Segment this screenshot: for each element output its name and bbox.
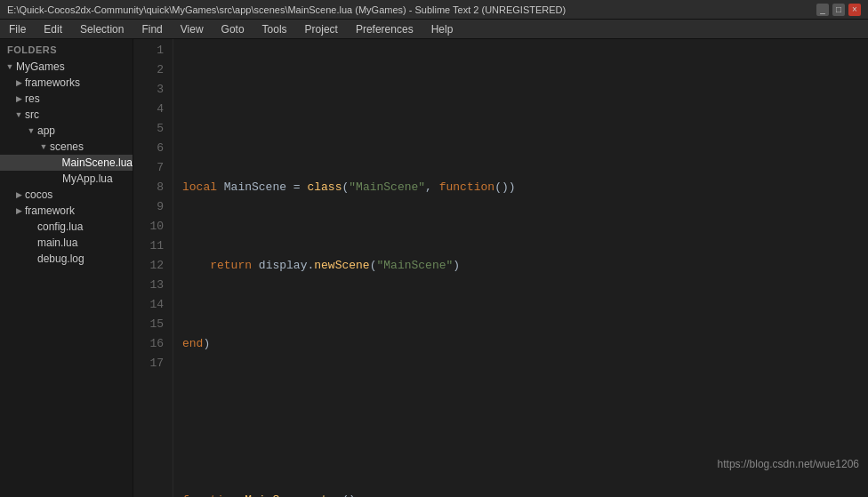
label-res: res [25, 92, 40, 105]
label-main: main.lua [37, 236, 77, 249]
line-num-9: 9 [142, 197, 164, 217]
line-num-15: 15 [142, 315, 164, 334]
arrow-src: ▼ [12, 110, 25, 119]
line-num-12: 12 [142, 256, 164, 276]
code-line-3: return display.newScene("MainScene") [182, 256, 868, 276]
line-num-17: 17 [142, 354, 164, 373]
sidebar-item-frameworks[interactable]: ▶ frameworks [0, 75, 133, 91]
sidebar-item-debug[interactable]: debug.log [0, 251, 133, 267]
sidebar-item-src[interactable]: ▼ src [0, 107, 133, 123]
menu-edit[interactable]: Edit [35, 20, 71, 38]
menu-find[interactable]: Find [133, 20, 171, 38]
titlebar-text: E:\Quick-Cocos2dx-Community\quick\MyGame… [7, 4, 566, 15]
code-content[interactable]: local MainScene = class("MainScene", fun… [173, 39, 868, 497]
arrow-frameworks: ▶ [12, 78, 25, 87]
arrow-scenes: ▼ [37, 142, 50, 151]
line-num-8: 8 [142, 178, 164, 197]
label-scenes: scenes [50, 140, 84, 153]
arrow-app: ▼ [25, 126, 37, 135]
arrow-cocos: ▶ [12, 190, 25, 199]
arrow-res: ▶ [12, 94, 25, 103]
menu-tools[interactable]: Tools [253, 20, 296, 38]
label-config: config.lua [37, 220, 83, 233]
line-num-13: 13 [142, 276, 164, 295]
label-cocos: cocos [25, 188, 52, 201]
line-numbers: 1 2 3 4 5 6 7 8 9 10 11 12 13 14 15 16 1… [133, 39, 173, 497]
label-frameworks: frameworks [25, 76, 80, 89]
menu-selection[interactable]: Selection [71, 20, 133, 38]
line-num-16: 16 [142, 334, 164, 354]
line-num-10: 10 [142, 217, 164, 236]
code-line-5 [182, 413, 868, 432]
label-mainscene: MainScene.lua [62, 156, 133, 169]
line-num-6: 6 [142, 139, 164, 158]
line-num-11: 11 [142, 236, 164, 256]
menu-preferences[interactable]: Preferences [347, 20, 422, 38]
label-debug: debug.log [37, 253, 84, 265]
sidebar-item-config[interactable]: config.lua [0, 219, 133, 235]
label-mygames: MyGames [16, 60, 65, 73]
sidebar-item-scenes[interactable]: ▼ scenes [0, 139, 133, 155]
main-layout: FOLDERS ▼ MyGames ▶ frameworks ▶ res ▼ s… [0, 39, 868, 497]
sidebar-item-mainscene[interactable]: MainScene.lua [0, 155, 133, 171]
menu-view[interactable]: View [172, 20, 213, 38]
label-framework: framework [25, 204, 75, 217]
editor: 1 2 3 4 5 6 7 8 9 10 11 12 13 14 15 16 1… [133, 39, 868, 497]
code-area[interactable]: 1 2 3 4 5 6 7 8 9 10 11 12 13 14 15 16 1… [133, 39, 868, 497]
sidebar-item-mygames[interactable]: ▼ MyGames [0, 59, 133, 75]
sidebar-item-res[interactable]: ▶ res [0, 91, 133, 107]
close-button[interactable]: × [848, 4, 861, 16]
sidebar: FOLDERS ▼ MyGames ▶ frameworks ▶ res ▼ s… [0, 39, 133, 497]
label-app: app [37, 124, 55, 137]
line-num-5: 5 [142, 119, 164, 139]
code-line-4: end) [182, 334, 868, 354]
line-num-4: 4 [142, 100, 164, 119]
code-line-2: local MainScene = class("MainScene", fun… [182, 178, 868, 197]
label-src: src [25, 108, 39, 121]
sidebar-item-framework[interactable]: ▶ framework [0, 203, 133, 219]
line-num-7: 7 [142, 158, 164, 178]
label-myapp: MyApp.lua [62, 172, 113, 185]
menu-help[interactable]: Help [422, 20, 462, 38]
minimize-button[interactable]: _ [816, 4, 829, 16]
sidebar-item-main[interactable]: main.lua [0, 235, 133, 251]
menubar: File Edit Selection Find View Goto Tools… [0, 20, 868, 39]
code-line-1 [182, 100, 868, 119]
menu-file[interactable]: File [0, 20, 35, 38]
line-num-3: 3 [142, 80, 164, 100]
sidebar-item-app[interactable]: ▼ app [0, 123, 133, 139]
code-line-6: function MainScene:ctor() [182, 491, 868, 497]
menu-goto[interactable]: Goto [213, 20, 253, 38]
line-num-14: 14 [142, 295, 164, 315]
line-num-2: 2 [142, 60, 164, 80]
menu-project[interactable]: Project [296, 20, 347, 38]
sidebar-item-cocos[interactable]: ▶ cocos [0, 187, 133, 203]
maximize-button[interactable]: □ [832, 4, 845, 16]
titlebar: E:\Quick-Cocos2dx-Community\quick\MyGame… [0, 0, 868, 20]
arrow-framework: ▶ [12, 206, 25, 215]
folders-label: FOLDERS [0, 39, 133, 59]
sidebar-item-myapp[interactable]: MyApp.lua [0, 171, 133, 187]
line-num-1: 1 [142, 41, 164, 60]
titlebar-controls: _ □ × [816, 4, 861, 16]
arrow-mygames: ▼ [4, 62, 16, 71]
